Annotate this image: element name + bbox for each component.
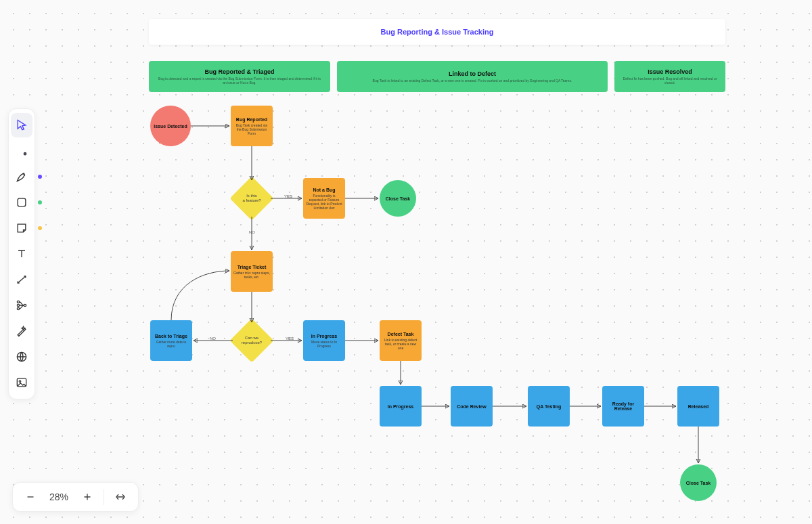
node-title: In Progress bbox=[388, 404, 414, 409]
node-close-task-2[interactable]: Close Task bbox=[680, 464, 717, 501]
node-subtitle: Move status to In Progress bbox=[306, 340, 342, 348]
node-title: In Progress bbox=[311, 334, 338, 339]
node-decision-is-feature[interactable]: Is this a feature? bbox=[231, 177, 273, 219]
lane-reported[interactable]: Bug Reported & Triaged Bug is detected a… bbox=[149, 61, 330, 92]
node-back-to-triage[interactable]: Back to Triage Gather more data to repro bbox=[150, 320, 192, 361]
node-defect-task[interactable]: Defect Task Link to existing defect task… bbox=[380, 320, 422, 361]
node-subtitle: Link to existing defect task, or create … bbox=[382, 338, 419, 350]
node-title: Close Task bbox=[386, 196, 410, 201]
node-code-review[interactable]: Code Review bbox=[451, 386, 493, 427]
lane-subtitle: Defect fix has been pushed. Bug and all … bbox=[623, 77, 717, 85]
decision-line2: reproduce? bbox=[242, 341, 262, 345]
lane-subtitle: Bug is detected and a report is created … bbox=[157, 77, 322, 85]
node-subtitle: Functionality is expected or Feature Req… bbox=[306, 194, 342, 210]
edge-label-no1: NO bbox=[248, 230, 256, 234]
edge-label-no2: NO bbox=[208, 336, 217, 341]
node-qa-testing[interactable]: QA Testing bbox=[528, 386, 570, 427]
lane-title: Linked to Defect bbox=[449, 70, 496, 77]
node-title: Close Task bbox=[686, 481, 710, 485]
decision-line2: a feature? bbox=[242, 198, 261, 203]
node-released[interactable]: Released bbox=[677, 386, 719, 427]
node-title: Back to Triage bbox=[155, 334, 187, 339]
lane-subtitle: Bug Task is linked to an existing Defect… bbox=[373, 79, 572, 83]
node-not-a-bug[interactable]: Not a Bug Functionality is expected or F… bbox=[303, 178, 345, 219]
node-title: Code Review bbox=[457, 404, 487, 409]
node-close-task-1[interactable]: Close Task bbox=[380, 180, 416, 217]
node-subtitle: Gather more data to repro bbox=[153, 340, 189, 348]
node-title: Defect Task bbox=[388, 332, 414, 336]
node-title: Ready for Release bbox=[605, 401, 641, 411]
node-title: Bug Reported bbox=[236, 117, 267, 122]
node-title: Released bbox=[688, 404, 709, 409]
lane-title: Bug Reported & Triaged bbox=[204, 68, 274, 75]
node-bug-reported[interactable]: Bug Reported Bug Task created via the Bu… bbox=[231, 106, 273, 146]
decision-line1: Can we bbox=[245, 336, 258, 341]
node-issue-detected[interactable]: Issue Detected bbox=[150, 106, 191, 146]
node-title: Not a Bug bbox=[313, 188, 335, 192]
lane-title: Issue Resolved bbox=[648, 68, 692, 75]
node-subtitle: Bug Task created via the Bug Submission … bbox=[233, 123, 270, 135]
decision-line1: Is this bbox=[246, 194, 257, 198]
node-in-progress-2[interactable]: In Progress bbox=[380, 386, 422, 427]
node-title: Issue Detected bbox=[154, 124, 187, 129]
node-title: Triage Ticket bbox=[238, 265, 267, 269]
lane-resolved[interactable]: Issue Resolved Defect fix has been pushe… bbox=[614, 61, 725, 92]
node-subtitle: Gather info: repro steps, tasks, etc. bbox=[233, 271, 270, 279]
node-ready-release[interactable]: Ready for Release bbox=[602, 386, 644, 427]
diagram-title[interactable]: Bug Reporting & Issue Tracking bbox=[149, 19, 725, 45]
node-triage[interactable]: Triage Ticket Gather info: repro steps, … bbox=[231, 251, 273, 292]
canvas: Bug Reporting & Issue Tracking Bug Repor… bbox=[0, 0, 812, 524]
node-title: QA Testing bbox=[537, 404, 562, 409]
lane-linked[interactable]: Linked to Defect Bug Task is linked to a… bbox=[337, 61, 608, 92]
node-decision-reproduce[interactable]: Can we reproduce? bbox=[231, 320, 273, 362]
edge-label-yes2: YES bbox=[284, 336, 295, 341]
node-in-progress-1[interactable]: In Progress Move status to In Progress bbox=[303, 320, 345, 361]
edge-label-yes1: YES bbox=[283, 194, 294, 198]
